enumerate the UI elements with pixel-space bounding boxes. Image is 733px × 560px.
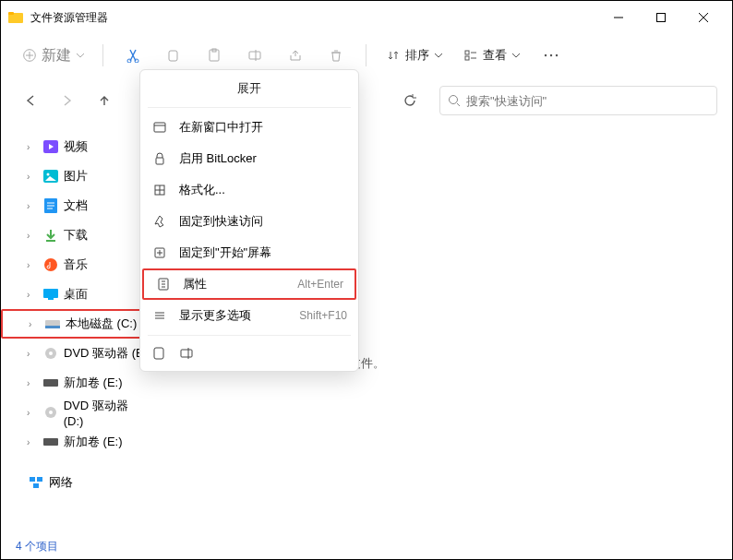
sidebar-item-volume-e2[interactable]: ›新加卷 (E:)	[1, 427, 150, 457]
chevron-right-icon: ›	[29, 319, 40, 329]
chevron-down-icon	[512, 52, 520, 59]
view-button[interactable]: 查看	[455, 43, 529, 67]
svg-point-23	[450, 96, 458, 104]
new-button[interactable]: 新建	[16, 42, 91, 69]
copy-button[interactable]	[155, 41, 192, 70]
svg-rect-43	[43, 438, 58, 446]
properties-icon	[155, 277, 172, 292]
image-icon	[43, 169, 58, 184]
paste-button[interactable]	[196, 41, 233, 70]
sidebar-item-volume-e1[interactable]: ›新加卷 (E:)	[1, 368, 150, 398]
cm-show-more[interactable]: 显示更多选项Shift+F10	[140, 300, 358, 331]
sort-button[interactable]: 排序	[378, 43, 451, 67]
chevron-right-icon: ›	[27, 349, 38, 359]
sidebar-item-music[interactable]: ›音乐	[1, 250, 150, 280]
window-title: 文件资源管理器	[30, 10, 597, 26]
item-count: 4 个项目	[16, 539, 58, 554]
close-button[interactable]	[682, 5, 725, 30]
dvd-icon	[43, 346, 58, 361]
back-button[interactable]	[16, 86, 45, 115]
chevron-right-icon: ›	[27, 172, 38, 182]
separator	[148, 335, 351, 336]
sidebar-label: 图片	[64, 168, 88, 185]
separator	[102, 44, 103, 66]
svg-rect-54	[154, 123, 165, 132]
chevron-right-icon: ›	[27, 408, 38, 418]
cm-expand[interactable]: 展开	[140, 74, 358, 103]
cm-pin-start[interactable]: 固定到"开始"屏幕	[140, 237, 358, 268]
document-icon	[43, 198, 58, 213]
cm-properties[interactable]: 属性Alt+Enter	[142, 268, 356, 300]
chevron-right-icon: ›	[27, 260, 38, 270]
svg-rect-3	[657, 14, 666, 22]
view-icon	[464, 49, 477, 62]
sidebar-label: DVD 驱动器 (E	[64, 345, 144, 362]
maximize-button[interactable]	[640, 5, 682, 30]
sidebar-item-dvd-d[interactable]: ›DVD 驱动器 (D:)	[1, 398, 150, 427]
separator	[148, 107, 351, 108]
svg-rect-34	[43, 289, 58, 298]
cm-bitlocker[interactable]: 启用 BitLocker	[140, 143, 358, 174]
music-icon	[43, 257, 58, 272]
svg-rect-14	[249, 52, 260, 59]
status-bar: 4 个项目	[1, 533, 732, 559]
sidebar-item-pictures[interactable]: ›图片	[1, 161, 150, 191]
cm-open-new-window[interactable]: 在新窗口中打开	[140, 112, 358, 143]
share-button[interactable]	[277, 41, 314, 70]
refresh-button[interactable]	[395, 86, 425, 115]
sidebar-item-documents[interactable]: ›文档	[1, 191, 150, 220]
cut-button[interactable]	[114, 41, 151, 70]
forward-button[interactable]	[53, 86, 82, 115]
sidebar-item-downloads[interactable]: ›下载	[1, 220, 150, 250]
svg-point-20	[545, 54, 547, 56]
sidebar-label: 下载	[64, 227, 88, 244]
sidebar-label: 网络	[49, 474, 73, 491]
cm-pin-quick[interactable]: 固定到快速访问	[140, 206, 358, 237]
chevron-right-icon: ›	[27, 142, 38, 152]
delete-button[interactable]	[318, 41, 354, 70]
title-bar: 文件资源管理器	[1, 1, 732, 34]
chevron-right-icon: ›	[27, 437, 38, 447]
navigation-sidebar: ›视频 ›图片 ›文档 ›下载 ›音乐 ›桌面 ›本地磁盘 (C:) ›DVD …	[1, 125, 150, 533]
dvd-icon	[43, 405, 58, 420]
shortcut-text: Shift+F10	[299, 309, 347, 322]
navigation-row	[1, 77, 732, 125]
chevron-down-icon	[435, 52, 442, 59]
main-area: ›视频 ›图片 ›文档 ›下载 ›音乐 ›桌面 ›本地磁盘 (C:) ›DVD …	[1, 125, 732, 533]
sidebar-item-local-disk-c[interactable]: ›本地磁盘 (C:)	[1, 309, 150, 339]
sidebar-item-videos[interactable]: ›视频	[1, 132, 150, 161]
sidebar-item-desktop[interactable]: ›桌面	[1, 280, 150, 309]
sort-icon	[387, 49, 400, 62]
up-button[interactable]	[90, 86, 119, 115]
search-box[interactable]	[439, 86, 717, 115]
svg-rect-44	[30, 477, 35, 482]
context-menu: 展开 在新窗口中打开 启用 BitLocker 格式化... 固定到快速访问 固…	[139, 69, 359, 372]
more-button[interactable]	[533, 41, 570, 70]
plus-icon	[23, 49, 36, 62]
app-icon	[8, 10, 23, 25]
chevron-right-icon: ›	[27, 378, 38, 388]
cm-format[interactable]: 格式化...	[140, 174, 358, 206]
minimize-button[interactable]	[597, 5, 640, 30]
sidebar-label: DVD 驱动器 (D:)	[64, 398, 150, 428]
svg-rect-46	[33, 483, 39, 488]
sidebar-item-network[interactable]: 网络	[1, 468, 150, 497]
sidebar-label: 本地磁盘 (C:)	[66, 316, 137, 332]
copy-icon[interactable]	[151, 345, 168, 362]
sidebar-item-dvd-e[interactable]: ›DVD 驱动器 (E	[1, 339, 150, 368]
svg-rect-45	[37, 477, 42, 482]
sidebar-label: 新加卷 (E:)	[64, 434, 123, 450]
more-icon	[151, 308, 168, 323]
search-input[interactable]	[466, 94, 709, 108]
sidebar-label: 桌面	[64, 286, 88, 303]
rename-button[interactable]	[236, 41, 273, 70]
new-label: 新建	[42, 46, 71, 66]
sidebar-label: 视频	[64, 138, 88, 155]
drive-icon	[45, 316, 60, 331]
svg-rect-17	[465, 56, 469, 60]
rename-icon[interactable]	[179, 345, 196, 362]
desktop-icon	[43, 287, 58, 302]
chevron-down-icon	[77, 52, 84, 59]
shortcut-text: Alt+Enter	[297, 278, 343, 291]
svg-rect-40	[43, 379, 58, 387]
